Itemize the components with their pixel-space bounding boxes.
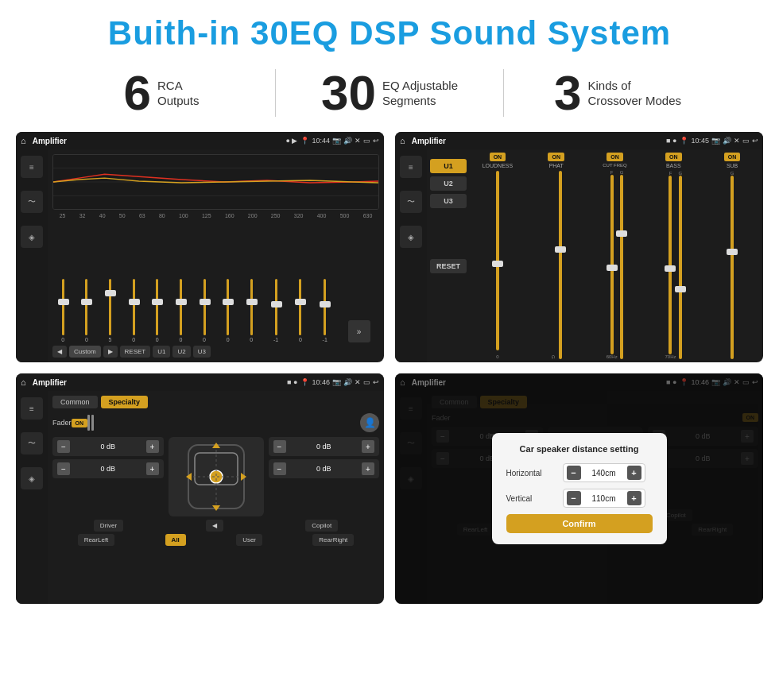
db-minus-1l[interactable]: − — [57, 440, 70, 453]
fader-common-tab[interactable]: Common — [52, 396, 98, 408]
eq-u2-btn[interactable]: U2 — [172, 346, 190, 358]
fader-filter-btn[interactable]: ≡ — [21, 397, 43, 420]
xover-u2-btn[interactable]: U2 — [430, 176, 467, 191]
xover-content: ≡ 〜 ◈ U1 U2 U3 RESET ON LOUDNESS — [395, 149, 763, 362]
sub-label: SUB — [727, 163, 738, 168]
fader-left-db: − 0 dB + − 0 dB + — [52, 437, 164, 478]
phat-slider[interactable] — [559, 171, 562, 359]
fader-profile-btn[interactable]: 👤 — [360, 413, 379, 432]
xover-u3-btn[interactable]: U3 — [430, 194, 467, 208]
copilot-btn[interactable]: Copilot — [305, 520, 338, 532]
db-minus-1r[interactable]: − — [273, 440, 286, 453]
eq-slider-11[interactable]: 0 — [299, 279, 302, 342]
phat-label: PHAT — [549, 163, 564, 168]
fader-db-row-1-left: − 0 dB + — [52, 437, 164, 456]
xover-back-icon: ↩ — [752, 137, 758, 145]
db-val-2l: 0 dB — [72, 465, 144, 473]
eq-prev-btn[interactable]: ◀ — [52, 346, 67, 358]
dialog-vertical-row: Vertical − 110cm + — [506, 489, 653, 508]
eq-more-btn[interactable]: » — [348, 320, 370, 342]
eq-u1-btn[interactable]: U1 — [153, 346, 170, 358]
horizontal-minus-btn[interactable]: − — [567, 466, 581, 480]
xover-time: 10:45 — [691, 137, 709, 145]
fader-chevron-left[interactable]: ◀ — [206, 520, 223, 532]
xover-cutfreq: ON CUT FREQ F 60Hz G — [587, 153, 643, 359]
eq-main-area: 2532405063 80100125160200 25032040050063… — [48, 149, 384, 362]
fader-speaker-btn[interactable]: ◈ — [21, 467, 43, 489]
eq-slider-9[interactable]: 0 — [250, 279, 253, 342]
eq-slider-2[interactable]: 0 — [85, 279, 88, 342]
db-minus-2l[interactable]: − — [57, 462, 70, 475]
stat-label-eq: EQ AdjustableSegments — [382, 78, 458, 109]
fader-car-visual — [169, 437, 264, 516]
eq-slider-8[interactable]: 0 — [227, 279, 230, 342]
db-val-1l: 0 dB — [72, 443, 144, 451]
rear-right-btn[interactable]: RearRight — [312, 534, 354, 546]
eq-slider-12[interactable]: -1 — [323, 279, 327, 342]
fader-db-row-2-right: − 0 dB + — [269, 459, 380, 478]
bass-label: BASS — [666, 163, 681, 168]
loudness-slider[interactable] — [496, 171, 499, 350]
horizontal-plus-btn[interactable]: + — [627, 466, 641, 480]
cutfreq-sliders: F 60Hz G — [607, 170, 624, 359]
vertical-plus-btn[interactable]: + — [627, 491, 641, 505]
eq-indicators: ● ▶ — [286, 137, 298, 145]
xover-sub: ON SUB G — [704, 153, 760, 359]
eq-speaker-btn[interactable]: ◈ — [21, 226, 43, 248]
vertical-minus-btn[interactable]: − — [567, 491, 581, 505]
dialog-title: Car speaker distance setting — [506, 444, 653, 454]
eq-u3-btn[interactable]: U3 — [193, 346, 211, 358]
confirm-button[interactable]: Confirm — [506, 514, 653, 533]
db-val-2r: 0 dB — [289, 465, 360, 473]
phat-sliders: G — [551, 171, 562, 359]
bass-toggle[interactable]: ON — [665, 153, 682, 161]
fader-indicators: ■ ● — [287, 378, 297, 386]
eq-slider-4[interactable]: 0 — [132, 279, 135, 342]
fader-wave-btn[interactable]: 〜 — [21, 432, 43, 454]
rear-left-btn[interactable]: RearLeft — [78, 534, 115, 546]
fader-specialty-tab[interactable]: Specialty — [101, 396, 149, 408]
crossover-screen: ⌂ Amplifier ■ ● 📍 10:45 📷 🔊 ✕ ▭ ↩ ≡ 〜 ◈ … — [395, 132, 763, 362]
eq-slider-5[interactable]: 0 — [156, 279, 159, 342]
db-plus-1r[interactable]: + — [362, 440, 374, 453]
eq-slider-1[interactable]: 0 — [61, 279, 64, 342]
eq-slider-7[interactable]: 0 — [203, 279, 206, 342]
eq-reset-btn[interactable]: RESET — [120, 346, 151, 358]
sub-toggle[interactable]: ON — [724, 153, 741, 161]
cutfreq-toggle[interactable]: ON — [607, 153, 623, 161]
driver-btn[interactable]: Driver — [94, 520, 123, 532]
back-icon: ↩ — [373, 137, 379, 145]
user-btn[interactable]: User — [236, 534, 262, 546]
xover-close-icon: ✕ — [734, 137, 740, 145]
db-plus-2l[interactable]: + — [146, 462, 159, 475]
eq-filter-btn[interactable]: ≡ — [21, 156, 43, 178]
phat-toggle[interactable]: ON — [548, 153, 564, 161]
close-icon: ✕ — [355, 137, 361, 145]
fader-db-row-1-right: − 0 dB + — [269, 437, 380, 456]
eq-play-btn[interactable]: ▶ — [103, 346, 118, 358]
xover-loudness: ON LOUDNESS 0 — [470, 153, 525, 359]
xover-u1-btn[interactable]: U1 — [430, 159, 467, 173]
all-btn[interactable]: All — [165, 534, 186, 546]
xover-left-controls: ≡ 〜 ◈ — [395, 149, 427, 362]
xover-speaker-btn[interactable]: ◈ — [400, 226, 422, 248]
xover-filter-btn[interactable]: ≡ — [400, 156, 422, 178]
svg-point-6 — [210, 470, 223, 483]
fader-content: ≡ 〜 ◈ Common Specialty Fader ON 👤 — [16, 391, 384, 604]
loudness-toggle[interactable]: ON — [490, 153, 506, 161]
db-minus-2r[interactable]: − — [273, 462, 286, 475]
db-plus-2r[interactable]: + — [362, 462, 374, 475]
sub-sliders: G — [731, 171, 734, 359]
xover-wave-btn[interactable]: 〜 — [400, 191, 422, 213]
db-plus-1l[interactable]: + — [146, 440, 159, 453]
xover-reset-btn[interactable]: RESET — [430, 259, 467, 273]
eq-slider-6[interactable]: 0 — [179, 279, 182, 342]
xover-channels-area: ON LOUDNESS 0 ON — [470, 153, 760, 359]
volume-icon: 🔊 — [343, 137, 352, 145]
window-icon: ▭ — [363, 137, 370, 145]
eq-slider-3[interactable]: 5 — [109, 279, 112, 342]
eq-wave-btn[interactable]: 〜 — [21, 191, 43, 213]
fader-home-icon: ⌂ — [21, 377, 26, 387]
fader-on-toggle[interactable]: ON — [72, 419, 88, 427]
eq-slider-10[interactable]: -1 — [273, 279, 278, 342]
